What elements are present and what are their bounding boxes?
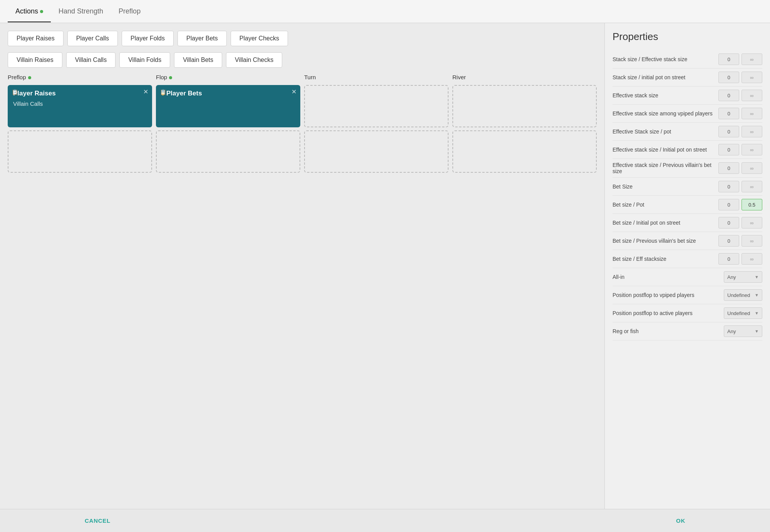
prop-input-min-4[interactable]: 0 — [718, 126, 739, 137]
btn-player-folds[interactable]: Player Folds — [122, 31, 174, 46]
prop-label-7: Bet Size — [613, 183, 715, 190]
prop-inputs-5: 0∞ — [718, 144, 762, 155]
prop-input-min-6[interactable]: 0 — [718, 162, 739, 174]
prop-input-max-10[interactable]: ∞ — [742, 235, 762, 247]
prop-input-max-2[interactable]: ∞ — [742, 90, 762, 101]
prop-inputs-8: 00.5 — [718, 199, 762, 210]
prop-row-13: Position postflop to vpiped playersUndef… — [613, 286, 762, 304]
close-icon-flop[interactable]: ✕ — [291, 89, 296, 95]
prop-label-2: Effective stack size — [613, 92, 715, 98]
street-flop-label: Flop — [156, 74, 300, 80]
prop-input-max-0[interactable]: ∞ — [742, 53, 762, 65]
tab-actions[interactable]: Actions — [8, 0, 51, 22]
prop-input-max-4[interactable]: ∞ — [742, 126, 762, 137]
prop-row-9: Bet size / Initial pot on street0∞ — [613, 214, 762, 232]
tab-hand-strength[interactable]: Hand Strength — [51, 0, 111, 22]
prop-input-min-2[interactable]: 0 — [718, 90, 739, 101]
river-card-2-empty[interactable] — [452, 130, 597, 173]
street-preflop-column: Preflop 📋 ✕ Player Raises Villain Calls — [8, 74, 152, 501]
river-card-1-empty[interactable] — [452, 85, 597, 127]
prop-input-max-1[interactable]: ∞ — [742, 72, 762, 83]
preflop-card-subtitle: Villain Calls — [13, 100, 147, 107]
prop-row-6: Effective stack size / Previous villain'… — [613, 159, 762, 178]
preflop-card-2-empty[interactable] — [8, 130, 152, 173]
prop-input-max-9[interactable]: ∞ — [742, 217, 762, 228]
prop-select-13[interactable]: Undefined▼ — [724, 289, 762, 301]
main-content: Player Raises Player Calls Player Folds … — [0, 23, 770, 509]
prop-inputs-10: 0∞ — [718, 235, 762, 247]
btn-villain-bets[interactable]: Villain Bets — [174, 52, 222, 68]
btn-player-checks[interactable]: Player Checks — [231, 31, 288, 46]
cancel-button[interactable]: CANCEL — [77, 514, 118, 528]
prop-row-14: Position postflop to active playersUndef… — [613, 304, 762, 322]
prop-input-min-9[interactable]: 0 — [718, 217, 739, 228]
btn-player-bets[interactable]: Player Bets — [177, 31, 227, 46]
prop-select-12[interactable]: Any▼ — [724, 271, 762, 283]
right-panel: Properties Stack size / Effective stack … — [604, 23, 770, 509]
prop-input-min-10[interactable]: 0 — [718, 235, 739, 247]
btn-player-raises[interactable]: Player Raises — [8, 31, 64, 46]
prop-input-max-11[interactable]: ∞ — [742, 253, 762, 265]
prop-input-max-8[interactable]: 0.5 — [742, 199, 762, 210]
prop-row-1: Stack size / initial pot on street0∞ — [613, 68, 762, 87]
prop-label-0: Stack size / Effective stack size — [613, 56, 715, 62]
prop-input-max-3[interactable]: ∞ — [742, 108, 762, 119]
prop-row-12: All-inAny▼ — [613, 268, 762, 286]
flop-dot — [169, 76, 172, 79]
properties-rows: Stack size / Effective stack size0∞Stack… — [613, 50, 762, 340]
prop-row-4: Effective Stack size / pot0∞ — [613, 123, 762, 141]
preflop-dot — [28, 76, 31, 79]
prop-row-5: Effective stack size / Initial pot on st… — [613, 141, 762, 159]
prop-input-max-5[interactable]: ∞ — [742, 144, 762, 155]
flop-card-1[interactable]: 📋 ✕ Player Bets — [156, 85, 300, 127]
properties-title: Properties — [613, 31, 762, 43]
prop-input-min-11[interactable]: 0 — [718, 253, 739, 265]
prop-select-14[interactable]: Undefined▼ — [724, 307, 762, 319]
btn-villain-checks[interactable]: Villain Checks — [226, 52, 282, 68]
close-icon-preflop[interactable]: ✕ — [143, 89, 148, 95]
prop-input-min-1[interactable]: 0 — [718, 72, 739, 83]
prop-label-11: Bet size / Eff stacksize — [613, 256, 715, 262]
street-turn-label: Turn — [304, 74, 449, 80]
flop-card-2-empty[interactable] — [156, 130, 300, 173]
tab-preflop-label: Preflop — [119, 7, 141, 15]
action-buttons-row2: Villain Raises Villain Calls Villain Fol… — [8, 52, 597, 68]
prop-label-13: Position postflop to vpiped players — [613, 292, 721, 298]
prop-label-9: Bet size / Initial pot on street — [613, 220, 715, 226]
ok-button[interactable]: OK — [668, 514, 693, 528]
street-river-label: River — [452, 74, 597, 80]
btn-villain-folds[interactable]: Villain Folds — [119, 52, 170, 68]
prop-input-min-8[interactable]: 0 — [718, 199, 739, 210]
btn-villain-raises[interactable]: Villain Raises — [8, 52, 62, 68]
street-turn-column: Turn — [304, 74, 449, 501]
prop-select-15[interactable]: Any▼ — [724, 325, 762, 337]
prop-input-max-6[interactable]: ∞ — [742, 162, 762, 174]
prop-input-min-3[interactable]: 0 — [718, 108, 739, 119]
prop-label-12: All-in — [613, 274, 721, 280]
footer: CANCEL OK — [0, 509, 770, 532]
streets-container: Preflop 📋 ✕ Player Raises Villain Calls … — [8, 74, 597, 501]
street-river-column: River — [452, 74, 597, 501]
copy-icon-flop[interactable]: 📋 — [160, 89, 166, 95]
prop-input-min-0[interactable]: 0 — [718, 53, 739, 65]
btn-player-calls[interactable]: Player Calls — [67, 31, 118, 46]
turn-card-1-empty[interactable] — [304, 85, 449, 127]
btn-villain-calls[interactable]: Villain Calls — [66, 52, 116, 68]
prop-label-3: Effective stack size among vpiped player… — [613, 110, 715, 117]
prop-label-15: Reg or fish — [613, 328, 721, 334]
tab-bar: Actions Hand Strength Preflop — [0, 0, 770, 23]
left-panel: Player Raises Player Calls Player Folds … — [0, 23, 604, 509]
action-buttons-row1: Player Raises Player Calls Player Folds … — [8, 31, 597, 46]
turn-card-2-empty[interactable] — [304, 130, 449, 173]
prop-input-min-7[interactable]: 0 — [718, 181, 739, 192]
prop-inputs-11: 0∞ — [718, 253, 762, 265]
street-preflop-label: Preflop — [8, 74, 152, 80]
prop-input-max-7[interactable]: ∞ — [742, 181, 762, 192]
prop-label-1: Stack size / initial pot on street — [613, 74, 715, 80]
preflop-card-1[interactable]: 📋 ✕ Player Raises Villain Calls — [8, 85, 152, 127]
copy-icon[interactable]: 📋 — [12, 89, 18, 95]
tab-preflop[interactable]: Preflop — [111, 0, 148, 22]
prop-label-8: Bet size / Pot — [613, 202, 715, 208]
prop-input-min-5[interactable]: 0 — [718, 144, 739, 155]
tab-actions-label: Actions — [15, 7, 38, 15]
